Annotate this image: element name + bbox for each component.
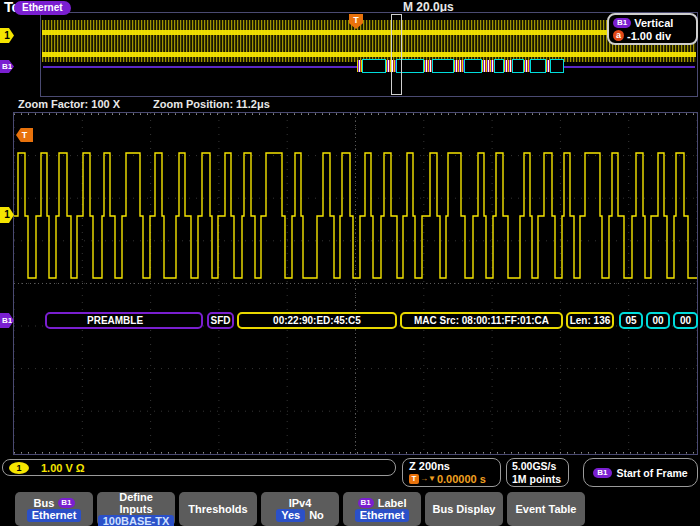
packet-box: [362, 59, 386, 73]
bus-event-readout: B1 Start of Frame: [583, 458, 698, 487]
packet-ticks: [504, 60, 512, 72]
menu-label[interactable]: Bus Display: [433, 503, 496, 515]
zoom-position-label: Zoom Position: 11.2μs: [153, 98, 270, 110]
menu-button-b1-label[interactable]: B1LabelEthernet: [343, 492, 421, 526]
zoom-graticule-window: [13, 112, 698, 455]
decode-field: Len: 136: [566, 312, 614, 329]
vertical-readout-value: -1.00 div: [627, 30, 671, 42]
packet-ticks: [424, 60, 432, 72]
decode-field: 00:22:90:ED:45:C5: [237, 312, 397, 329]
acquisition-readout: 5.00GS/s 1M points: [506, 458, 569, 487]
packet-box: [464, 59, 482, 73]
menu-button-define-inputs[interactable]: DefineInputs100BASE-TX: [97, 492, 175, 526]
horizontal-zoom-readout: Z 200ns T →▼ 0.00000 s: [402, 458, 501, 487]
menu-label[interactable]: No: [309, 509, 324, 521]
menu-label[interactable]: B1: [58, 498, 74, 508]
packet-box: [432, 59, 454, 73]
menu-bar: BusB1EthernetDefineInputs100BASE-TXThres…: [0, 490, 700, 526]
ethernet-packet-strip: [357, 58, 564, 74]
menu-button-thresholds[interactable]: Thresholds: [179, 492, 257, 526]
decode-field: MAC Src: 08:00:11:FF:01:CA: [400, 312, 563, 329]
channel1-marker-main[interactable]: 1: [0, 207, 14, 223]
menu-label[interactable]: Bus: [33, 497, 54, 509]
decode-field: 00: [646, 312, 670, 329]
zoom-window-bracket[interactable]: [391, 14, 402, 95]
bus-b1-marker-overview[interactable]: B1: [0, 60, 14, 73]
waveform-trace: [14, 113, 697, 454]
record-length-value: 1M points: [512, 473, 563, 486]
packet-box: [512, 59, 524, 73]
zoom-factor-label: Zoom Factor: 100 X: [18, 98, 120, 110]
packet-ticks: [454, 60, 464, 72]
b1-badge: B1: [613, 18, 631, 28]
menu-label[interactable]: Event Table: [516, 503, 577, 515]
sample-rate-value: 5.00GS/s: [512, 460, 563, 473]
overview-window: T: [40, 12, 698, 97]
menu-label[interactable]: Inputs: [120, 503, 153, 515]
overview-waveform: [42, 20, 696, 62]
trigger-arrows-icon: →▼: [420, 473, 436, 485]
ch1-badge: 1: [9, 462, 29, 474]
menu-label[interactable]: B1: [358, 498, 374, 508]
packet-box: [494, 59, 504, 73]
packet-box: [530, 59, 546, 73]
knob-a-badge: a: [613, 30, 624, 41]
ch1-scale-value: 1.00 V Ω: [41, 462, 85, 474]
vertical-readout-badge: B1 Vertical a -1.00 div: [607, 13, 698, 45]
menu-label[interactable]: Define: [119, 491, 153, 503]
decode-field: 00: [673, 312, 698, 329]
decode-field: SFD: [207, 312, 234, 329]
menu-button-bus-display[interactable]: Bus Display: [425, 492, 503, 526]
menu-button-event-table[interactable]: Event Table: [507, 492, 585, 526]
decode-field: PREAMBLE: [45, 312, 203, 329]
menu-label[interactable]: Ethernet: [355, 509, 410, 522]
decode-field: 05: [619, 312, 643, 329]
menu-button-bus[interactable]: BusB1Ethernet: [15, 492, 93, 526]
menu-label[interactable]: 100BASE-TX: [98, 515, 175, 526]
trigger-t-icon: T: [409, 474, 419, 484]
menu-label[interactable]: Yes: [276, 509, 305, 522]
decode-fields: PREAMBLESFD00:22:90:ED:45:C5MAC Src: 08:…: [0, 312, 700, 329]
packet-ticks: [482, 60, 494, 72]
bus-event-text: Start of Frame: [617, 467, 688, 479]
menu-label[interactable]: IPv4: [289, 497, 312, 509]
oscilloscope-screen: Tek PreVu M 20.0μs T 1 B1 B1 Vertical a …: [0, 0, 700, 526]
menu-label[interactable]: Thresholds: [188, 503, 247, 515]
menu-label[interactable]: Label: [378, 497, 407, 509]
bus-label-pill: Ethernet: [14, 1, 71, 15]
zoom-scale-value: Z 200ns: [409, 460, 494, 473]
packet-box: [550, 59, 564, 73]
menu-button-ipv4[interactable]: IPv4YesNo: [261, 492, 339, 526]
ch1-readout: 1 1.00 V Ω: [2, 459, 396, 476]
trigger-time-value: 0.00000 s: [437, 473, 486, 485]
b1-badge: B1: [593, 468, 611, 478]
menu-label[interactable]: Ethernet: [27, 509, 82, 522]
channel1-marker-overview[interactable]: 1: [0, 28, 14, 43]
vertical-readout-title: Vertical: [634, 17, 673, 29]
